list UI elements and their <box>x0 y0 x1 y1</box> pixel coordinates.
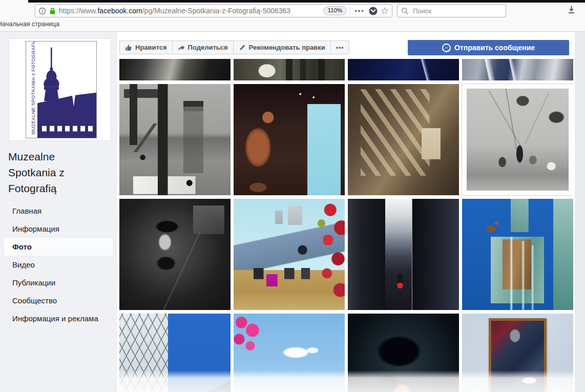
photo-woman-black-hat[interactable] <box>348 314 459 392</box>
sidebar-item-community[interactable]: Сообщество <box>0 292 117 310</box>
photo-sparrow-fountain[interactable] <box>462 199 573 310</box>
photo-bw-table-legs[interactable] <box>119 59 231 80</box>
pencil-icon <box>239 44 246 51</box>
page-actions-icon[interactable]: ••• <box>353 8 366 14</box>
url-bar[interactable]: https://www.facebook.com/pg/Muzealne-Spo… <box>35 4 392 17</box>
photo-bw-girl-beret[interactable] <box>119 199 231 310</box>
zoom-level-badge[interactable]: 110% <box>323 6 347 15</box>
photo-cubist-painting-wall[interactable] <box>462 314 573 392</box>
sidebar-item-about[interactable]: Информация <box>0 220 117 238</box>
url-text: https://www.facebook.com/pg/Muzealne-Spo… <box>59 7 320 15</box>
sidebar-item-home[interactable]: Главная <box>0 202 117 220</box>
sidebar-item-videos[interactable]: Видео <box>0 256 117 274</box>
browser-search-box[interactable] <box>397 4 506 17</box>
main-content: Нравится Поделиться Рекомендовать правки… <box>117 32 575 392</box>
suggest-edits-button[interactable]: Рекомендовать правки <box>233 40 331 54</box>
sidebar-item-photos[interactable]: Фото <box>4 238 113 256</box>
more-actions-button[interactable]: ••• <box>330 40 350 54</box>
url-path: /pg/Muzealne-Spotkania-z-Fotografią-5006… <box>142 7 291 15</box>
search-icon <box>401 7 409 15</box>
photo-dark-blue-glass[interactable] <box>348 59 459 80</box>
share-label: Поделиться <box>188 44 228 51</box>
share-arrow-icon <box>178 44 185 51</box>
photo-concrete-stelae-red-backpack[interactable] <box>348 199 459 310</box>
photo-blue-abstract[interactable] <box>462 59 573 80</box>
send-message-button[interactable]: Отправить сообщение <box>408 40 569 55</box>
photo-bw-feather-still-life[interactable] <box>462 84 573 195</box>
photo-heart-balloons-sky[interactable] <box>234 314 345 392</box>
sidebar-item-posts[interactable]: Публикации <box>0 274 117 292</box>
framed-painting <box>489 318 547 392</box>
suggest-edits-label: Рекомендовать правки <box>249 44 325 51</box>
like-button[interactable]: Нравится <box>119 40 173 54</box>
send-message-label: Отправить сообщение <box>454 44 535 52</box>
logo-vertical-text: MUZEALNE SPOTKANIA z FOTOGRAFIĄ <box>31 42 36 134</box>
photo-museum-sculpture[interactable] <box>234 84 345 195</box>
search-input[interactable] <box>412 7 502 15</box>
lock-icon[interactable] <box>49 7 56 15</box>
pocket-icon[interactable] <box>369 7 378 15</box>
page-title: Muzealne Spotkania z Fotografią <box>8 149 90 196</box>
urlbar-separator <box>350 6 350 15</box>
like-label: Нравится <box>135 44 167 51</box>
browser-toolbar: https://www.facebook.com/pg/Muzealne-Spo… <box>0 0 585 32</box>
sidebar-item-info-ads[interactable]: Информация и реклама <box>0 310 117 327</box>
site-info-icon[interactable] <box>38 7 46 15</box>
bookmark-home-page[interactable]: Начальная страница <box>0 20 59 28</box>
logo-graphic: MUZEALNE SPOTKANIA z FOTOGRAFIĄ <box>26 42 96 138</box>
right-gutter <box>575 32 585 392</box>
photo-balloons-old-building[interactable] <box>234 199 345 310</box>
page-sidebar: MUZEALNE SPOTKANIA z FOTOGRAFIĄ Muzealne… <box>0 32 117 392</box>
photo-lattice-building-sky[interactable] <box>119 314 231 392</box>
screen: https://www.facebook.com/pg/Muzealne-Spo… <box>0 0 585 392</box>
url-fade <box>300 7 320 15</box>
page-logo: MUZEALNE SPOTKANIA z FOTOGRAFIĄ <box>26 41 97 138</box>
thumbs-up-icon <box>125 44 132 51</box>
photo-sunlit-door-chair[interactable] <box>348 84 459 195</box>
page-avatar[interactable]: MUZEALNE SPOTKANIA z FOTOGRAFIĄ <box>9 38 111 141</box>
photo-grid <box>119 59 573 392</box>
download-icon[interactable] <box>567 5 576 14</box>
more-dots-icon: ••• <box>336 44 344 51</box>
page-nav: Главная Информация Фото Видео Публикации… <box>0 202 117 327</box>
url-prefix: https://www. <box>59 7 97 15</box>
url-domain: facebook.com <box>97 7 142 15</box>
photo-crowd-legs[interactable] <box>234 59 345 80</box>
share-button[interactable]: Поделиться <box>172 40 234 54</box>
messenger-icon <box>442 44 451 52</box>
page-buttons-group: Нравится Поделиться Рекомендовать правки… <box>119 40 349 54</box>
page-action-bar: Нравится Поделиться Рекомендовать правки… <box>119 40 569 55</box>
bookmark-star-icon[interactable]: ☆ <box>381 6 389 15</box>
photo-bw-chair-bottle[interactable] <box>119 84 231 195</box>
tab-strip <box>28 0 585 3</box>
